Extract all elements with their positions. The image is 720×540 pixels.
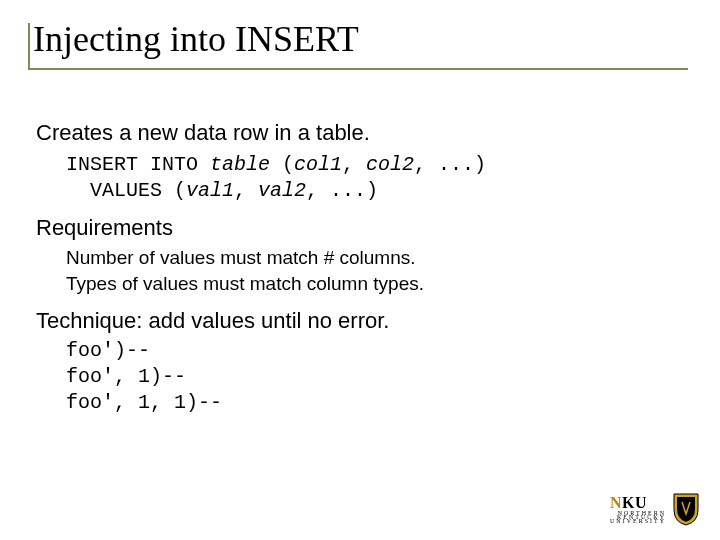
footer-logo: NKU NORTHERN KENTUCKY UNIVERSITY bbox=[610, 492, 700, 526]
technique-example-2: foo', 1)-- bbox=[66, 364, 676, 390]
nku-crest-icon bbox=[672, 492, 700, 526]
slide-body: Creates a new data row in a table. INSER… bbox=[36, 120, 676, 415]
requirement-2: Types of values must match column types. bbox=[66, 271, 676, 297]
title-rule bbox=[28, 68, 688, 74]
technique-heading: Technique: add values until no error. bbox=[36, 308, 676, 334]
nku-ku: KU bbox=[622, 494, 647, 511]
nku-logo-text: NKU NORTHERN KENTUCKY UNIVERSITY bbox=[610, 494, 666, 524]
nku-sub3: UNIVERSITY bbox=[610, 518, 666, 524]
technique-example-1: foo')-- bbox=[66, 338, 676, 364]
slide-title: Injecting into INSERT bbox=[28, 18, 688, 68]
sql-example: INSERT INTO table (col1, col2, ...) VALU… bbox=[66, 152, 676, 203]
lead-text: Creates a new data row in a table. bbox=[36, 120, 676, 146]
technique-example-3: foo', 1, 1)-- bbox=[66, 390, 676, 416]
requirement-1: Number of values must match # columns. bbox=[66, 245, 676, 271]
nku-n: N bbox=[610, 494, 622, 511]
requirements-heading: Requirements bbox=[36, 215, 676, 241]
title-block: Injecting into INSERT bbox=[28, 18, 688, 74]
